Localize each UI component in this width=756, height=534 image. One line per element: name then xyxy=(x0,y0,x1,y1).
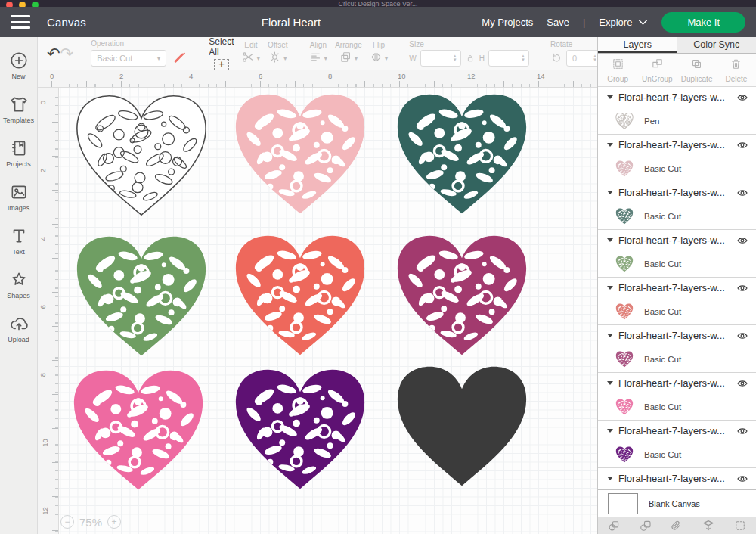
canvas-heart-8-cut[interactable] xyxy=(225,361,375,498)
visibility-eye-icon[interactable] xyxy=(736,92,748,103)
visibility-eye-icon[interactable] xyxy=(736,473,748,484)
group-button[interactable]: Group xyxy=(598,54,637,86)
layer-header[interactable]: Floral-heart-7-layers-w... xyxy=(598,373,756,393)
canvas-heart-6-cut[interactable] xyxy=(387,227,537,365)
visibility-eye-icon[interactable] xyxy=(736,378,748,389)
height-input[interactable]: ▲▼ xyxy=(488,50,529,67)
project-title: Floral Heart xyxy=(262,16,321,29)
chevron-down-icon[interactable] xyxy=(607,191,613,194)
contour-icon[interactable] xyxy=(733,519,747,532)
save-link[interactable]: Save xyxy=(547,17,569,28)
ungroup-button[interactable]: UnGroup xyxy=(637,54,677,86)
layer-item[interactable]: Basic Cut xyxy=(598,250,756,277)
undo-icon[interactable]: ↶ xyxy=(47,46,60,61)
offset-menu[interactable]: ▾ xyxy=(268,51,287,67)
flip-menu[interactable]: ▾ xyxy=(370,51,389,67)
chevron-down-icon[interactable] xyxy=(607,429,613,433)
canvas-heart-1-pen[interactable] xyxy=(67,87,216,225)
tab-layers[interactable]: Layers xyxy=(598,37,677,53)
align-lines-icon xyxy=(309,51,322,67)
chevron-down-icon[interactable] xyxy=(607,143,613,147)
sidebar-item-new[interactable]: New xyxy=(0,43,37,87)
my-projects-link[interactable]: My Projects xyxy=(482,17,533,28)
zoom-out-button[interactable]: − xyxy=(60,515,74,529)
layer-item[interactable]: Basic Cut xyxy=(598,298,756,324)
chevron-down-icon[interactable] xyxy=(607,477,613,480)
sidebar-item-images[interactable]: Images xyxy=(0,175,37,219)
canvas-area: 024681012 02468101214 − 75% xyxy=(38,70,597,534)
layer-thumbnail xyxy=(615,350,634,368)
arrange-menu[interactable]: ▾ xyxy=(339,51,358,67)
sidebar-item-upload[interactable]: Upload xyxy=(0,306,37,350)
canvas-heart-2-cut[interactable] xyxy=(225,85,375,223)
align-menu[interactable]: ▾ xyxy=(309,51,328,67)
blank-canvas-row[interactable]: Blank Canvas xyxy=(598,489,756,517)
weld-icon[interactable] xyxy=(639,519,652,532)
chevron-down-icon[interactable] xyxy=(607,95,613,99)
visibility-eye-icon[interactable] xyxy=(736,140,748,151)
width-stepper[interactable]: ▲▼ xyxy=(453,54,457,62)
layer-item[interactable]: Basic Cut xyxy=(598,441,756,467)
slice-icon[interactable] xyxy=(607,519,621,532)
layer-operation: Basic Cut xyxy=(644,212,681,221)
canvas-heart-7-cut[interactable] xyxy=(64,362,213,499)
lock-aspect-icon[interactable] xyxy=(465,53,476,64)
chevron-down-icon[interactable] xyxy=(607,238,613,242)
rotate-input[interactable]: 0 ▲▼ xyxy=(566,50,601,67)
flatten-icon[interactable] xyxy=(702,519,715,532)
canvas-heart-3-cut[interactable] xyxy=(387,85,537,223)
zoom-in-button[interactable]: + xyxy=(107,515,121,529)
attach-icon[interactable] xyxy=(670,519,683,532)
tab-color-sync[interactable]: Color Sync xyxy=(677,37,756,53)
pen-color-icon[interactable] xyxy=(172,49,187,67)
layer-header[interactable]: Floral-heart-7-layers-w... xyxy=(598,182,756,203)
layer-thumbnail xyxy=(615,255,634,273)
height-stepper[interactable]: ▲▼ xyxy=(521,54,525,62)
layer-header[interactable]: Floral-heart-7-layers-w... xyxy=(598,325,756,346)
layer-operation: Basic Cut xyxy=(644,164,681,173)
chevron-down-icon[interactable] xyxy=(607,381,613,385)
visibility-eye-icon[interactable] xyxy=(736,331,748,341)
edit-menu[interactable]: ▾ xyxy=(242,51,261,67)
visibility-eye-icon[interactable] xyxy=(736,426,748,436)
layer-item[interactable]: Basic Cut xyxy=(598,155,756,182)
macos-titlebar: Cricut Design Space Ver... xyxy=(0,0,756,7)
layer-header[interactable]: Floral-heart-7-layers-w... xyxy=(598,135,756,155)
layer-item[interactable]: Pen xyxy=(598,107,756,134)
layer-group-5: Floral-heart-7-layers-w... Basic Cut xyxy=(598,278,756,325)
layer-header[interactable]: Floral-heart-7-layers-w... xyxy=(598,230,756,250)
layer-operation: Basic Cut xyxy=(644,355,681,364)
operation-dropdown[interactable]: Basic Cut ▾ xyxy=(91,50,166,67)
rotate-icon[interactable] xyxy=(550,52,562,64)
layer-header[interactable]: Floral-heart-7-layers-w... xyxy=(598,421,756,441)
layer-item[interactable]: Basic Cut xyxy=(598,393,756,420)
layer-header[interactable]: Floral-heart-7-layers-w... xyxy=(598,278,756,298)
ruler-top-label: 2 xyxy=(119,72,123,80)
layer-group-4: Floral-heart-7-layers-w... Basic Cut xyxy=(598,230,756,278)
layer-item[interactable]: Basic Cut xyxy=(598,346,756,372)
canvas-heart-9-solid[interactable] xyxy=(387,358,537,495)
sidebar-item-text[interactable]: Text xyxy=(0,219,37,262)
canvas-heart-4-cut[interactable] xyxy=(67,228,216,365)
chevron-down-icon[interactable] xyxy=(607,286,613,290)
visibility-eye-icon[interactable] xyxy=(736,235,748,246)
delete-button[interactable]: Delete xyxy=(717,54,756,86)
sidebar-item-projects[interactable]: Projects xyxy=(0,131,37,175)
redo-icon[interactable]: ↷ xyxy=(60,46,74,61)
layer-header[interactable]: Floral-heart-7-layers-w... xyxy=(598,468,756,489)
hamburger-menu-icon[interactable] xyxy=(11,15,30,29)
sidebar-item-templates[interactable]: Templates xyxy=(0,87,37,131)
duplicate-button[interactable]: Duplicate xyxy=(677,54,717,86)
explore-menu[interactable]: Explore xyxy=(599,17,648,28)
select-all-label: Select All xyxy=(209,36,234,57)
layer-header[interactable]: Floral-heart-7-layers-w... xyxy=(598,87,756,107)
width-input[interactable]: ▲▼ xyxy=(420,50,461,67)
sidebar-item-shapes[interactable]: Shapes xyxy=(0,262,37,306)
visibility-eye-icon[interactable] xyxy=(736,283,748,293)
canvas-heart-5-cut[interactable] xyxy=(225,227,375,365)
select-all-button[interactable]: + xyxy=(214,59,229,70)
layer-item[interactable]: Basic Cut xyxy=(598,203,756,229)
make-it-button[interactable]: Make It xyxy=(662,12,745,33)
visibility-eye-icon[interactable] xyxy=(736,188,748,198)
chevron-down-icon[interactable] xyxy=(607,334,613,337)
